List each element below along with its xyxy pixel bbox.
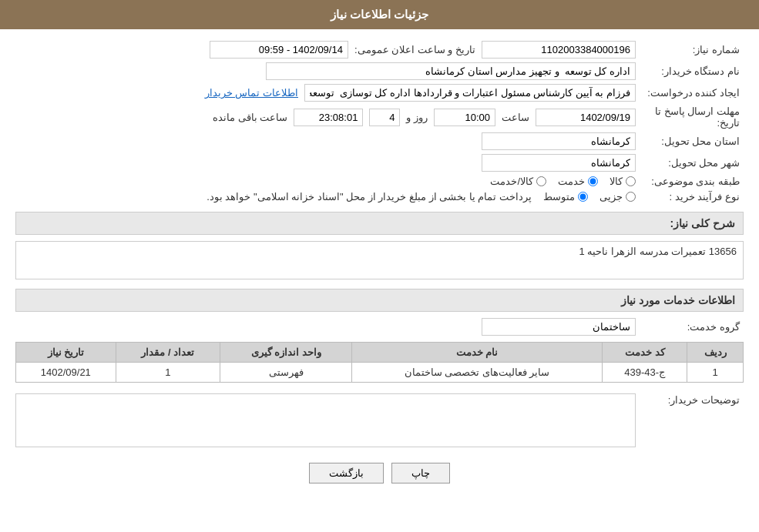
deadline-row: مهلت ارسال پاسخ تا تاریخ: ساعت روز و ساع… (15, 105, 744, 129)
buyer-notes-input[interactable] (15, 393, 636, 447)
purchase-type-label: نوع فرآیند خرید : (636, 191, 744, 202)
deadline-days-label: روز و (406, 112, 428, 123)
buyer-org-value (15, 62, 636, 80)
col-service-name: نام خدمت (352, 343, 603, 363)
purchase-type-note: پرداخت تمام یا بخشی از مبلغ خریدار از مح… (207, 191, 532, 202)
need-number-value: تاریخ و ساعت اعلان عمومی: (15, 41, 636, 59)
buyer-notes-label: توضیحات خریدار: (636, 390, 744, 406)
services-section-title: اطلاعات خدمات مورد نیاز (621, 294, 735, 306)
deadline-remain-input[interactable] (294, 109, 363, 126)
deadline-date-input[interactable] (536, 109, 636, 126)
back-button[interactable]: بازگشت (309, 463, 384, 483)
city-value (15, 154, 636, 172)
purchase-jozi-text: جزیی (599, 191, 623, 202)
purchase-jozi-label[interactable]: جزیی (599, 191, 636, 202)
col-row-num: ردیف (687, 343, 744, 363)
col-unit: واحد اندازه گیری (220, 343, 352, 363)
deadline-time-label: ساعت (502, 112, 529, 123)
table-row: 1 ج-43-439 سایر فعالیت‌های تخصصی ساختمان… (16, 363, 744, 383)
buyer-notes-value (15, 390, 636, 447)
page-header: جزئیات اطلاعات نیاز (0, 0, 759, 29)
category-kala-text: کالا (610, 176, 623, 187)
buyer-notes-row: توضیحات خریدار: (15, 390, 744, 447)
purchase-motavasset-text: متوسط (543, 191, 575, 202)
category-row: طبقه بندی موضوعی: کالا خدمت کالا/خدمت (15, 176, 744, 187)
button-row: چاپ بازگشت (15, 463, 744, 483)
province-label: استان محل تحویل: (636, 136, 744, 147)
province-value (15, 132, 636, 150)
main-content: شماره نیاز: تاریخ و ساعت اعلان عمومی: نا… (0, 29, 759, 495)
purchase-type-value: جزیی متوسط پرداخت تمام یا بخشی از مبلغ خ… (15, 191, 636, 202)
deadline-remain-label: ساعت باقی مانده (213, 112, 287, 123)
purchase-type-row: نوع فرآیند خرید : جزیی متوسط پرداخت تمام… (15, 191, 744, 202)
need-summary-section-header: شرح کلی نیاز: (15, 212, 744, 235)
creator-label: ایجاد کننده درخواست: (636, 87, 744, 99)
city-row: شهر محل تحویل: (15, 154, 744, 172)
category-khedmat-text: خدمت (558, 176, 585, 187)
need-summary-label: شرح کلی نیاز: (670, 217, 735, 229)
announce-date-label: تاریخ و ساعت اعلان عمومی: (354, 44, 475, 55)
cell-unit: فهرستی (220, 363, 352, 383)
contact-link[interactable]: اطلاعات تماس خریدار (205, 87, 298, 99)
service-group-input[interactable] (482, 318, 636, 336)
cell-date: 1402/09/21 (16, 363, 116, 383)
creator-row: ایجاد کننده درخواست: اطلاعات تماس خریدار (15, 84, 744, 102)
table-header-row: ردیف کد خدمت نام خدمت واحد اندازه گیری ت… (16, 343, 744, 363)
page-wrapper: جزئیات اطلاعات نیاز شماره نیاز: تاریخ و … (0, 0, 759, 532)
purchase-motavasset-label[interactable]: متوسط (543, 191, 588, 202)
province-row: استان محل تحویل: (15, 132, 744, 150)
creator-input[interactable] (304, 84, 636, 102)
need-number-row: شماره نیاز: تاریخ و ساعت اعلان عمومی: (15, 41, 744, 59)
cell-row-num: 1 (687, 363, 744, 383)
services-section-header: اطلاعات خدمات مورد نیاز (15, 289, 744, 312)
category-label: طبقه بندی موضوعی: (636, 176, 744, 187)
category-kala-khedmat-text: کالا/خدمت (490, 176, 533, 187)
category-kala-label[interactable]: کالا (610, 176, 636, 187)
category-kala-khedmat-label[interactable]: کالا/خدمت (490, 176, 546, 187)
need-summary-input: 13656 تعمیرات مدرسه الزهرا ناحیه 1 (15, 241, 744, 279)
col-quantity: تعداد / مقدار (116, 343, 220, 363)
col-service-code: کد خدمت (603, 343, 687, 363)
need-summary-value: 13656 تعمیرات مدرسه الزهرا ناحیه 1 (579, 246, 737, 257)
service-group-row: گروه خدمت: (15, 318, 744, 336)
category-khedmat-label[interactable]: خدمت (558, 176, 598, 187)
print-button[interactable]: چاپ (391, 463, 450, 483)
province-input[interactable] (482, 132, 636, 150)
cell-service-name: سایر فعالیت‌های تخصصی ساختمان (352, 363, 603, 383)
category-value: کالا خدمت کالا/خدمت (15, 176, 636, 187)
cell-service-code: ج-43-439 (603, 363, 687, 383)
services-table: ردیف کد خدمت نام خدمت واحد اندازه گیری ت… (15, 342, 744, 383)
need-number-input[interactable] (482, 41, 636, 59)
buyer-org-label: نام دستگاه خریدار: (636, 65, 744, 77)
category-khedmat-radio[interactable] (588, 176, 598, 186)
deadline-label: مهلت ارسال پاسخ تا تاریخ: (636, 105, 744, 129)
service-group-value (15, 318, 636, 336)
city-input[interactable] (482, 154, 636, 172)
purchase-jozi-radio[interactable] (626, 192, 636, 202)
cell-quantity: 1 (116, 363, 220, 383)
purchase-motavasset-radio[interactable] (578, 192, 588, 202)
deadline-days-input[interactable] (369, 109, 400, 126)
buyer-org-input[interactable] (266, 62, 636, 80)
category-kala-radio[interactable] (626, 176, 636, 186)
need-number-label: شماره نیاز: (636, 44, 744, 55)
city-label: شهر محل تحویل: (636, 157, 744, 169)
col-date: تاریخ نیاز (16, 343, 116, 363)
deadline-value: ساعت روز و ساعت باقی مانده (15, 109, 636, 126)
need-summary-area: 13656 تعمیرات مدرسه الزهرا ناحیه 1 (15, 241, 744, 279)
page-title: جزئیات اطلاعات نیاز (331, 8, 428, 21)
category-kala-khedmat-radio[interactable] (536, 176, 546, 186)
service-group-label: گروه خدمت: (636, 321, 744, 333)
deadline-time-input[interactable] (434, 109, 495, 126)
creator-value: اطلاعات تماس خریدار (15, 84, 636, 102)
buyer-org-row: نام دستگاه خریدار: (15, 62, 744, 80)
announce-date-input[interactable] (210, 41, 348, 59)
